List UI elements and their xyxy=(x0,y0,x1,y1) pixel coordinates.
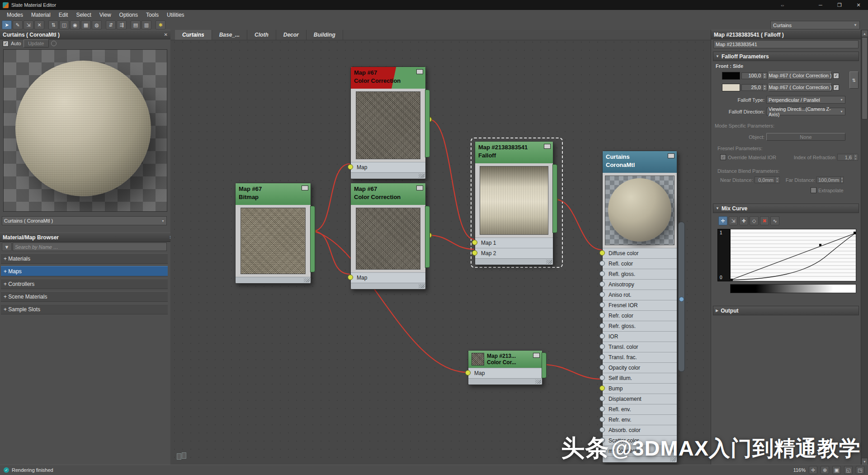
pin-icon[interactable] xyxy=(51,41,57,46)
slot-refr-color[interactable]: Refr. color xyxy=(603,310,677,321)
input-socket[interactable] xyxy=(599,271,605,276)
input-socket[interactable] xyxy=(599,281,605,287)
assign-material-icon[interactable]: ⇲ xyxy=(24,20,33,29)
move-children-icon[interactable]: ⇅ xyxy=(48,20,58,29)
node-falloff[interactable]: Map #2138383541 Falloff Map 1 Map 2 xyxy=(475,141,553,265)
node-header[interactable]: Map #67 Color Correction xyxy=(351,67,425,89)
show-realistic-material-icon[interactable]: ◍ xyxy=(92,20,102,29)
zoom-extents-selected-icon[interactable]: ◳ xyxy=(856,466,864,474)
view-navigation-icon[interactable] xyxy=(177,452,187,460)
slot-map-1[interactable]: Map 1 xyxy=(475,238,553,248)
rollout-falloff-parameters[interactable]: ▼ Falloff Parameters xyxy=(713,52,859,61)
scroll-up-icon[interactable]: ▲ xyxy=(861,30,868,37)
smooth-curve-tool-icon[interactable]: ∿ xyxy=(770,216,779,225)
auto-checkbox[interactable]: ✓ xyxy=(3,41,9,47)
browser-item-scene-materials[interactable]: + Scene Materials xyxy=(1,291,168,302)
front-amount-spinner[interactable]: 100,0 ▲▼ xyxy=(741,72,767,79)
side-map-button[interactable]: Map #67 ( Color Correction ) xyxy=(769,83,832,91)
maximize-button[interactable]: ❐ xyxy=(830,0,849,10)
extrapolate-checkbox[interactable] xyxy=(811,187,816,193)
far-distance-spinner[interactable]: 100,0mm ▲▼ xyxy=(816,176,843,183)
menu-tools[interactable]: Tools xyxy=(142,12,163,18)
close-icon[interactable]: ✕ xyxy=(164,32,168,37)
input-socket[interactable] xyxy=(599,354,605,360)
node-slot-scrollbar[interactable] xyxy=(678,222,685,372)
menu-utilities[interactable]: Utilities xyxy=(163,12,189,18)
browser-item-sample-slots[interactable]: + Sample Slots xyxy=(1,304,168,314)
front-map-button[interactable]: Map #67 ( Color Correction ) xyxy=(769,71,832,80)
falloff-type-dropdown[interactable]: Perpendicular / Parallel▼ xyxy=(766,96,845,104)
rollout-mix-curve[interactable]: ▼ Mix Curve xyxy=(713,204,859,213)
delete-point-tool-icon[interactable]: ✖ xyxy=(760,216,769,225)
input-socket[interactable] xyxy=(599,365,605,370)
node-header[interactable]: Curtains CoronaMtl xyxy=(603,151,677,173)
input-socket[interactable] xyxy=(599,292,605,297)
browser-options-icon[interactable]: ▼ xyxy=(2,242,12,251)
arrange-window-icon[interactable]: ⇔ xyxy=(773,0,792,10)
show-shaded-material-icon[interactable]: ◉ xyxy=(70,20,80,29)
front-map-enable-checkbox[interactable]: ✓ xyxy=(833,73,839,79)
pick-material-icon[interactable]: ✎ xyxy=(13,20,23,29)
mix-curve-graph[interactable]: 1 0 xyxy=(717,229,856,281)
scroll-down-icon[interactable]: ▼ xyxy=(861,458,868,465)
parameter-panel-header[interactable]: Map #2138383541 ( Falloff ) xyxy=(711,30,862,39)
zoom-extents-icon[interactable]: ◱ xyxy=(844,466,853,474)
browser-item-maps[interactable]: + Maps xyxy=(1,266,168,276)
material-selector-dropdown[interactable]: Curtains ( CoronaMtl )▼ xyxy=(2,216,167,225)
hide-unused-nodeslots-icon[interactable]: ◫ xyxy=(59,20,69,29)
node-color-correction-mid[interactable]: Map #67 Color Correction Map xyxy=(350,183,426,290)
browser-item-controllers[interactable]: + Controllers xyxy=(1,279,168,289)
node-header[interactable]: Map #67 Bitmap xyxy=(236,183,311,205)
node-color-correction-small[interactable]: Map #213... Color Cor... Map xyxy=(468,350,542,385)
browser-panel-header[interactable]: Material/Map Browser ✕ xyxy=(0,233,176,242)
preview-panel-header[interactable]: Curtains ( CoronaMtl ) ✕ xyxy=(0,30,170,39)
slot-diffuse-color[interactable]: Diffuse color xyxy=(603,248,677,258)
input-socket[interactable] xyxy=(599,313,605,318)
move-point-tool-icon[interactable]: ✛ xyxy=(718,216,727,225)
collapse-node-icon[interactable] xyxy=(668,153,675,158)
input-socket[interactable] xyxy=(599,250,605,256)
output-socket[interactable] xyxy=(542,352,547,378)
menu-edit[interactable]: Edit xyxy=(55,12,72,18)
falloff-direction-dropdown[interactable]: Viewing Directi...(Camera Z-Axis)▼ xyxy=(766,108,845,115)
input-socket[interactable] xyxy=(472,250,477,256)
zoom-region-icon[interactable]: ▣ xyxy=(832,466,841,474)
select-tool-icon[interactable]: ➤ xyxy=(2,20,12,29)
input-socket[interactable] xyxy=(472,240,477,245)
resize-handle[interactable] xyxy=(419,174,425,178)
browser-item-materials[interactable]: + Materials xyxy=(1,253,168,264)
object-none-button[interactable]: None xyxy=(766,133,845,141)
slot-refl-color[interactable]: Refl. color xyxy=(603,258,677,269)
active-view-dropdown[interactable]: Curtains▼ xyxy=(770,21,860,29)
slot-refr-gloss[interactable]: Refr. gloss. xyxy=(603,321,677,331)
menu-select[interactable]: Select xyxy=(72,12,95,18)
add-point-tool-icon[interactable]: ✚ xyxy=(739,216,748,225)
menu-view[interactable]: View xyxy=(95,12,115,18)
slot-map[interactable]: Map xyxy=(351,272,425,283)
select-by-material-icon[interactable]: ✱ xyxy=(156,20,165,29)
collapse-node-icon[interactable] xyxy=(416,185,423,190)
slot-ior[interactable]: IOR xyxy=(603,331,677,342)
delete-selected-icon[interactable]: ✕ xyxy=(34,20,44,29)
tab-building[interactable]: Building xyxy=(307,30,343,40)
rollout-output[interactable]: ▶ Output xyxy=(713,306,859,315)
slot-fresnel-ior[interactable]: Fresnel IOR xyxy=(603,300,677,310)
resize-handle[interactable] xyxy=(419,284,425,288)
front-color-swatch[interactable] xyxy=(722,72,740,80)
scrollbar-thumb[interactable] xyxy=(862,37,868,119)
curve-plot[interactable] xyxy=(730,229,856,281)
node-corona-mtl[interactable]: Curtains CoronaMtl Diffuse color Refl. c… xyxy=(602,151,677,463)
swap-colors-button[interactable]: ⇅ xyxy=(849,71,859,89)
slot-transl-frac[interactable]: Transl. frac. xyxy=(603,352,677,362)
input-socket[interactable] xyxy=(599,261,605,266)
input-socket[interactable] xyxy=(348,164,353,170)
slot-refr-env[interactable]: Refr. env. xyxy=(603,414,677,425)
collapse-node-icon[interactable] xyxy=(416,69,423,74)
panel-scrollbar[interactable]: ▲ ▼ xyxy=(861,30,868,465)
slot-refl-gloss[interactable]: Refl. gloss. xyxy=(603,269,677,279)
scale-point-tool-icon[interactable]: ⇲ xyxy=(729,216,738,225)
ior-spinner[interactable]: 1,6 ▲▼ xyxy=(837,154,858,161)
input-socket[interactable] xyxy=(599,417,605,422)
slot-opacity-color[interactable]: Opacity color xyxy=(603,362,677,373)
scrollbar-thumb[interactable] xyxy=(679,297,684,302)
